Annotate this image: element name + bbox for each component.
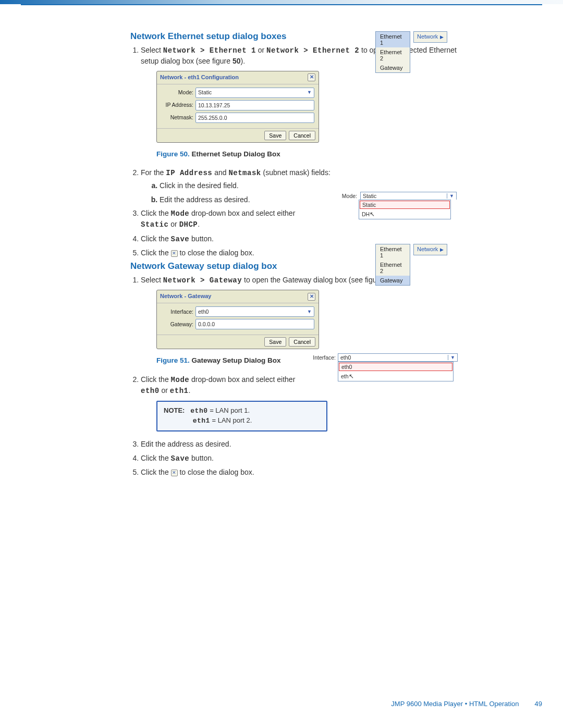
chevron-down-icon: ▼: [448, 355, 455, 360]
cursor-icon: ↖: [370, 211, 375, 218]
mode-dd-option-dhcp[interactable]: DH↖: [359, 209, 450, 219]
cancel-button[interactable]: Cancel: [289, 131, 315, 140]
gateway-dialog: Network - Gateway ✕ Interface: eth0▼ Gat…: [156, 290, 319, 349]
mode-dd-option-static[interactable]: Static: [360, 201, 450, 209]
mode-select[interactable]: Static▼: [195, 88, 314, 98]
network-menu-2: Ethernet 1 Ethernet 2 Gateway Network▶: [375, 244, 447, 286]
cancel-button[interactable]: Cancel: [289, 337, 315, 347]
interface-dropdown-open: Interface: eth0 ▼ eth0 eth↖: [311, 353, 458, 381]
s2-step4: Click the Save button.: [141, 453, 464, 464]
if-dd-option-eth0[interactable]: eth0: [339, 363, 452, 371]
if-dd-select[interactable]: eth0 ▼: [338, 353, 458, 362]
network-submenu-2: Ethernet 1 Ethernet 2 Gateway: [375, 244, 410, 286]
save-button[interactable]: Save: [264, 337, 286, 347]
if-dd-list: eth0 eth↖: [338, 362, 454, 381]
header-gradient: [0, 0, 563, 4]
s2-step3: Edit the address as desired.: [141, 439, 464, 449]
ethernet-dialog: Network - eth1 Configuration ✕ Mode: Sta…: [156, 71, 319, 143]
menu-item-ethernet1-2[interactable]: Ethernet 1: [376, 244, 410, 260]
note-box: NOTE: eth0 = LAN port 1. eth1 = LAN port…: [156, 401, 327, 432]
mode-label: Mode:: [161, 89, 195, 96]
network-submenu-1: Ethernet 1 Ethernet 2 Gateway: [375, 31, 410, 73]
interface-select[interactable]: eth0▼: [195, 306, 314, 317]
menu-crumb-network-2[interactable]: Network▶: [413, 244, 447, 255]
network-menu-1: Ethernet 1 Ethernet 2 Gateway Network▶: [375, 31, 447, 73]
cursor-icon: ↖: [349, 373, 354, 380]
close-icon: ✕: [171, 470, 178, 476]
save-button[interactable]: Save: [264, 131, 286, 140]
menu-item-ethernet2[interactable]: Ethernet 2: [376, 47, 410, 63]
gateway-label: Gateway:: [161, 320, 195, 328]
menu-crumb-network-1[interactable]: Network▶: [413, 31, 447, 43]
ethernet-dialog-title: Network - eth1 Configuration: [160, 73, 239, 82]
s2-step1: Select Network > Gateway to open the Gat…: [141, 275, 464, 366]
menu-item-gateway-2[interactable]: Gateway: [376, 276, 410, 285]
chevron-down-icon: ▼: [307, 89, 312, 96]
figure50-caption: Figure 50. Ethernet Setup Dialog Box: [156, 149, 464, 159]
menu-item-gateway[interactable]: Gateway: [376, 63, 410, 72]
ip-label: IP Address:: [161, 101, 195, 109]
close-icon: ✕: [171, 250, 178, 257]
gateway-input[interactable]: 0.0.0.0: [195, 319, 314, 329]
close-icon[interactable]: ✕: [308, 293, 315, 301]
mode-dd-select[interactable]: Static ▼: [360, 192, 457, 200]
chevron-down-icon: ▼: [447, 193, 454, 199]
s1-step3: Click the Mode drop-down box and select …: [141, 208, 323, 230]
mode-dropdown-open: Mode: Static ▼ Static DH↖: [328, 192, 457, 219]
interface-label: Interface:: [161, 308, 195, 316]
s2-step5: Click the ✕ to close the dialog box.: [141, 467, 464, 477]
s1-step4: Click the Save button.: [141, 233, 464, 244]
page-footer: JMP 9600 Media Player • HTML Operation49: [391, 700, 542, 708]
netmask-label: Netmask:: [161, 114, 195, 121]
mode-dd-list: Static DH↖: [359, 200, 451, 219]
close-icon[interactable]: ✕: [308, 73, 315, 81]
menu-item-ethernet2-2[interactable]: Ethernet 2: [376, 260, 410, 276]
s1-step2a: Click in the desired field.: [160, 180, 464, 191]
ip-input[interactable]: 10.13.197.25: [195, 100, 314, 110]
if-dd-label: Interface:: [311, 354, 338, 361]
if-dd-option-eth1[interactable]: eth↖: [338, 372, 453, 381]
mode-dd-label: Mode:: [328, 193, 359, 199]
netmask-input[interactable]: 255.255.0.0: [195, 113, 314, 123]
top-divider: [21, 4, 542, 5]
menu-item-ethernet1[interactable]: Ethernet 1: [376, 32, 410, 47]
chevron-down-icon: ▼: [307, 309, 312, 315]
gateway-dialog-title: Network - Gateway: [160, 292, 211, 301]
s2-step2: Click the Mode drop-down box and select …: [141, 374, 313, 431]
